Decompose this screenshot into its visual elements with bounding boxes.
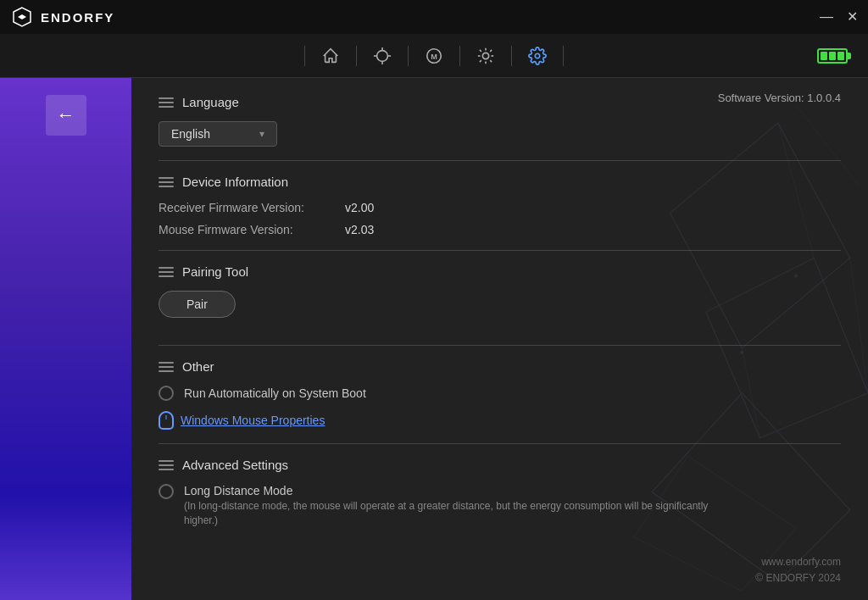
advanced-title: Advanced Settings bbox=[182, 458, 288, 472]
windows-mouse-label: Windows Mouse Properties bbox=[181, 414, 325, 427]
settings-icon bbox=[528, 47, 547, 65]
long-distance-note: (In long-distance mode, the mouse will o… bbox=[184, 499, 709, 528]
svg-point-26 bbox=[740, 351, 743, 354]
nav-separator-0 bbox=[304, 46, 305, 66]
pairing-menu-icon[interactable] bbox=[159, 267, 174, 277]
close-button[interactable]: ✕ bbox=[847, 10, 858, 24]
battery-body bbox=[817, 48, 848, 64]
svg-line-12 bbox=[480, 49, 481, 51]
logo-text: ENDORFY bbox=[41, 10, 114, 25]
pairing-section-header: Pairing Tool bbox=[159, 264, 841, 279]
run-auto-label: Run Automatically on System Boot bbox=[184, 386, 366, 400]
mouse-firmware-value: v2.03 bbox=[345, 223, 374, 236]
home-icon bbox=[321, 47, 340, 65]
pairing-section: Pairing Tool Pair bbox=[159, 264, 841, 331]
other-section: Other Run Automatically on System Boot W… bbox=[159, 359, 841, 430]
mouse-firmware-row: Mouse Firmware Version: v2.03 bbox=[159, 223, 841, 236]
dropdown-arrow-icon: ▾ bbox=[259, 128, 264, 140]
nav-separator-5 bbox=[563, 46, 564, 66]
nav-settings[interactable] bbox=[515, 34, 559, 78]
svg-line-14 bbox=[490, 49, 492, 51]
app-logo: ENDORFY bbox=[10, 5, 114, 29]
battery-indicator bbox=[817, 48, 848, 64]
advanced-section: Advanced Settings Long Distance Mode (In… bbox=[159, 458, 841, 528]
device-info-menu-icon[interactable] bbox=[159, 177, 174, 187]
divider-1 bbox=[159, 160, 841, 161]
language-dropdown[interactable]: English ▾ bbox=[159, 121, 277, 147]
nav-lighting[interactable] bbox=[464, 34, 508, 78]
language-title: Language bbox=[182, 95, 239, 109]
nav-crosshair[interactable] bbox=[360, 34, 404, 78]
svg-line-22 bbox=[850, 258, 868, 392]
svg-point-16 bbox=[535, 53, 540, 58]
svg-point-7 bbox=[482, 53, 488, 58]
titlebar: ENDORFY — ✕ bbox=[0, 0, 868, 34]
nav-home[interactable] bbox=[309, 34, 353, 78]
receiver-firmware-label: Receiver Firmware Version: bbox=[159, 201, 345, 214]
other-title: Other bbox=[182, 359, 214, 374]
windows-mouse-properties-link[interactable]: Windows Mouse Properties bbox=[159, 411, 841, 430]
lighting-icon bbox=[476, 47, 495, 65]
long-distance-option[interactable]: Long Distance Mode (In long-distance mod… bbox=[159, 484, 841, 528]
nav-separator-4 bbox=[511, 46, 512, 66]
footer-website: www.endorfy.com bbox=[755, 554, 841, 570]
back-arrow-icon: ← bbox=[57, 104, 75, 126]
crosshair-icon bbox=[373, 47, 392, 65]
app-window: ENDORFY — ✕ bbox=[0, 0, 868, 600]
other-menu-icon[interactable] bbox=[159, 362, 174, 372]
divider-4 bbox=[159, 443, 841, 444]
footer: www.endorfy.com © ENDORFY 2024 bbox=[755, 554, 841, 586]
divider-2 bbox=[159, 250, 841, 251]
language-section-header: Language bbox=[159, 95, 841, 109]
language-section: Language English ▾ bbox=[159, 95, 841, 147]
mouse-icon bbox=[159, 411, 174, 430]
logo-icon bbox=[10, 5, 34, 29]
window-controls: — ✕ bbox=[820, 10, 858, 24]
nav-separator-3 bbox=[459, 46, 460, 66]
language-selected-value: English bbox=[171, 127, 210, 141]
svg-line-13 bbox=[490, 60, 492, 62]
pairing-title: Pairing Tool bbox=[182, 264, 248, 279]
device-info-title: Device Information bbox=[182, 175, 288, 189]
pair-button[interactable]: Pair bbox=[159, 291, 236, 318]
nav-macro[interactable]: M bbox=[412, 34, 456, 78]
navbar: M bbox=[0, 34, 868, 78]
advanced-menu-icon[interactable] bbox=[159, 460, 174, 470]
footer-copyright: © ENDORFY 2024 bbox=[755, 570, 841, 586]
long-distance-label: Long Distance Mode bbox=[184, 484, 709, 497]
language-menu-icon[interactable] bbox=[159, 97, 174, 108]
main-layout: ← Software Version: 1.0.0.4 bbox=[0, 78, 868, 600]
nav-separator-2 bbox=[408, 46, 409, 66]
divider-3 bbox=[159, 345, 841, 346]
svg-point-0 bbox=[377, 50, 388, 61]
macro-icon: M bbox=[425, 47, 443, 65]
receiver-firmware-row: Receiver Firmware Version: v2.00 bbox=[159, 201, 841, 214]
svg-line-15 bbox=[480, 60, 481, 62]
device-info-section: Device Information Receiver Firmware Ver… bbox=[159, 175, 841, 236]
sidebar: ← bbox=[0, 78, 131, 600]
minimize-button[interactable]: — bbox=[820, 10, 833, 24]
other-section-header: Other bbox=[159, 359, 841, 374]
svg-text:M: M bbox=[431, 52, 437, 60]
battery-icon bbox=[817, 48, 848, 64]
device-info-section-header: Device Information bbox=[159, 175, 841, 189]
run-auto-radio[interactable] bbox=[159, 386, 174, 401]
run-auto-option[interactable]: Run Automatically on System Boot bbox=[159, 386, 841, 401]
advanced-section-header: Advanced Settings bbox=[159, 458, 841, 472]
receiver-firmware-value: v2.00 bbox=[345, 201, 374, 214]
content-area: Software Version: 1.0.0.4 Language Engli… bbox=[131, 78, 868, 600]
back-button[interactable]: ← bbox=[46, 95, 86, 136]
long-distance-radio[interactable] bbox=[159, 484, 174, 499]
mouse-firmware-label: Mouse Firmware Version: bbox=[159, 223, 345, 236]
nav-separator-1 bbox=[356, 46, 357, 66]
